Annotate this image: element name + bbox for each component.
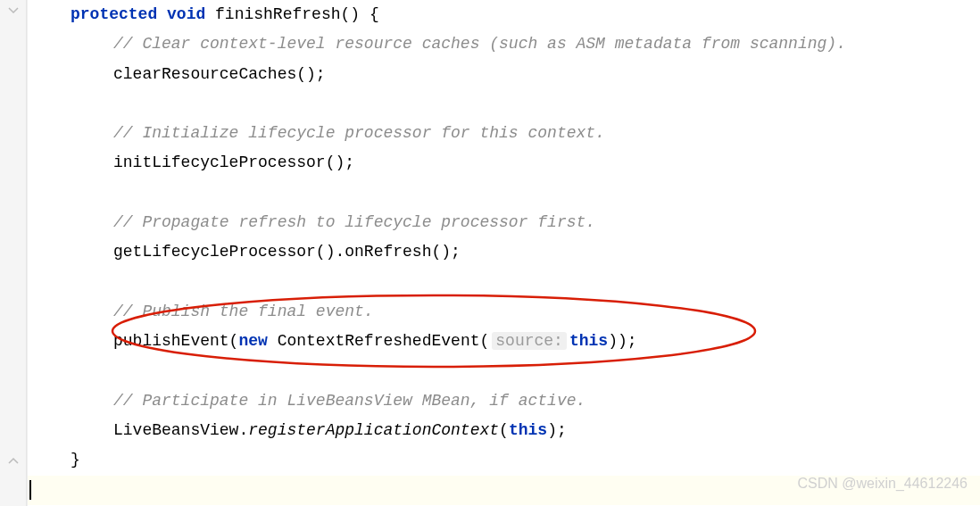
code-line-blank [28,89,980,119]
keyword-new: new [238,332,267,350]
keyword-protected: protected [71,5,157,23]
code-line: LiveBeansView.registerApplicationContext… [28,416,980,445]
comment: // Clear context-level resource caches (… [113,35,846,53]
comment: // Propagate refresh to lifecycle proces… [113,213,595,231]
static-method: registerApplicationContext [248,421,499,439]
code-line: // Participate in LiveBeansView MBean, i… [28,386,980,416]
code-line: initLifecycleProcessor(); [28,148,980,178]
code-tail: )); [608,332,636,350]
watermark-text: CSDN @weixin_44612246 [797,470,968,497]
fold-icon[interactable] [7,455,20,468]
code-paren: ( [499,421,509,439]
code-line-blank [28,178,980,208]
editor-gutter [0,0,27,506]
brace-close: } [71,451,80,469]
code-line: publishEvent(new ContextRefreshedEvent(s… [28,327,980,356]
code-class: ContextRefreshedEvent( [268,332,489,350]
keyword-void: void [167,5,205,23]
code-line: protected void finishRefresh() { [28,0,980,29]
comment: // Publish the final event. [113,303,374,320]
fold-icon[interactable] [7,5,20,18]
param-hint: source: [492,332,567,350]
code-line-blank [28,268,980,297]
method-name: finishRefresh() { [215,5,379,23]
code-line: getLifecycleProcessor().onRefresh(); [28,237,980,267]
code-class: LiveBeansView. [113,421,248,439]
code-line: // Initialize lifecycle processor for th… [28,119,980,148]
code-stmt: getLifecycleProcessor().onRefresh(); [113,243,461,261]
code-call: publishEvent( [113,332,238,350]
code-line-blank [28,357,980,386]
code-stmt: initLifecycleProcessor(); [113,153,354,171]
comment: // Initialize lifecycle processor for th… [113,124,605,142]
code-stmt: clearResourceCaches(); [113,65,326,83]
keyword-this: this [509,421,547,439]
text-caret [29,480,31,500]
code-line: // Propagate refresh to lifecycle proces… [28,208,980,237]
keyword-this: this [569,332,608,350]
code-tail: ); [547,421,567,439]
code-line: clearResourceCaches(); [28,60,980,89]
code-line: // Publish the final event. [28,297,980,327]
comment: // Participate in LiveBeansView MBean, i… [113,392,586,410]
code-editor[interactable]: protected void finishRefresh() { // Clea… [27,0,980,506]
code-line: // Clear context-level resource caches (… [28,29,980,59]
